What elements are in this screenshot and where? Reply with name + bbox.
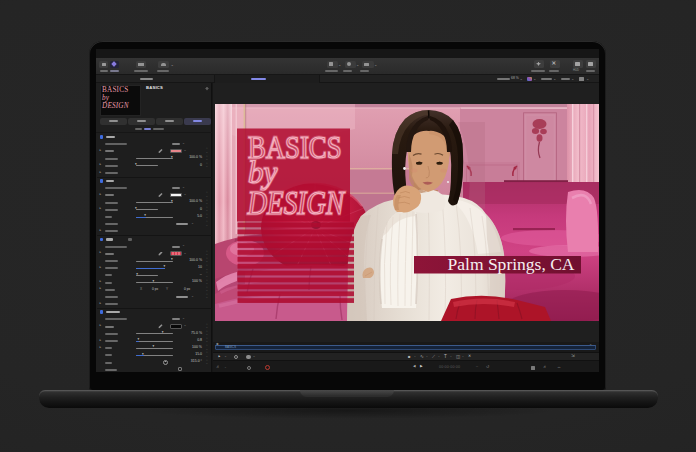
svg-text:Palm Springs, CA: Palm Springs, CA	[448, 254, 575, 274]
svg-text:DESIGN: DESIGN	[247, 184, 346, 221]
